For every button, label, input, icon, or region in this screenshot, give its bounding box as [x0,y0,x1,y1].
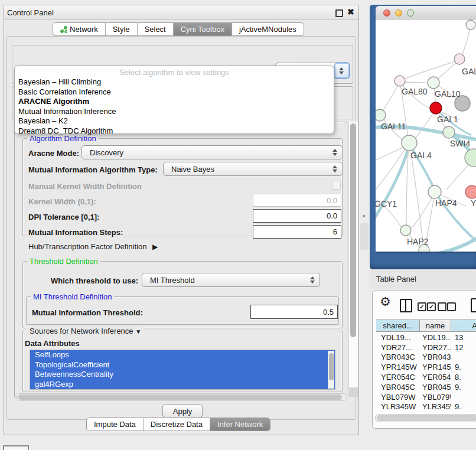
attribute-item[interactable]: SelfLoops [30,350,335,360]
network-node-gal11[interactable] [376,109,386,121]
network-node-y[interactable] [465,185,476,198]
table-cell[interactable]: YBL079W [420,393,451,402]
tab-cyni-toolbox[interactable]: Cyni Toolbox [174,23,232,35]
combo-focus-button[interactable] [335,64,348,77]
network-node-gal4[interactable] [402,135,417,151]
table-cell[interactable]: YDR27... [420,343,451,352]
network-node-gal[interactable] [454,54,465,64]
column-header-shared-name[interactable]: shared... [376,319,420,332]
attributes-scrollbar-thumb[interactable] [329,353,334,380]
float-window-icon[interactable] [335,9,343,17]
table-row[interactable]: YER054CYER054C8. [376,372,476,382]
attribute-item[interactable]: gal4RGexp [30,380,335,390]
manual-kernel-checkbox[interactable] [332,181,341,190]
table-cell[interactable]: YBR045C [376,383,420,392]
table-row[interactable]: YLR345WYLR345W9. [376,402,476,412]
table-cell[interactable]: YPR145W [420,363,451,371]
close-traffic-light[interactable] [383,9,390,17]
network-canvas[interactable]: GALGAL80GAL10GAL1GAL11SWI4GAL4GCY1HAP4YH… [376,19,476,252]
table-cell[interactable]: YER054C [376,373,420,381]
table-cell[interactable]: YDR27... [376,343,420,352]
control-panel-titlebar[interactable]: Control Panel ✖ [4,5,358,20]
table-horizontal-scrollbar[interactable] [375,414,476,422]
network-node-gal1[interactable] [430,102,442,114]
table-cell[interactable]: 9. [451,402,476,411]
attribute-item[interactable]: BetweennessCentrality [30,370,335,380]
mi-algorithm-type-combo[interactable]: Naive Bayes [163,162,343,176]
network-node[interactable] [466,20,475,30]
scrollbar-thumb[interactable] [350,123,356,337]
algorithm-option[interactable]: Bayesian – K2 [15,116,334,126]
table-cell[interactable]: YBR043C [420,353,451,361]
mi-steps-input[interactable]: 6 [253,225,341,239]
expander-arrow-icon[interactable]: ▶ [152,243,158,251]
horizontal-scrollbar-thumb[interactable] [18,394,342,400]
table-cell[interactable]: 9. [451,383,476,392]
aracne-mode-combo[interactable]: Discovery [81,145,343,159]
which-threshold-combo[interactable]: MI Threshold [142,273,320,287]
attributes-scrollbar[interactable] [328,351,334,389]
table-cell[interactable]: YDL19... [420,333,451,342]
table-cell[interactable]: 13 [451,333,476,342]
bottom-tab-impute-data[interactable]: Impute Data [87,418,144,431]
table-cell[interactable]: YBL079W [376,393,420,402]
table-row[interactable]: YBL079WYBL079W [376,392,476,402]
horizontal-scrollbar[interactable] [17,393,347,401]
docked-panel-icon[interactable] [3,445,29,450]
sources-group-title[interactable]: Sources for Network Inference ▼ [27,327,144,335]
minimize-traffic-light[interactable] [395,9,402,17]
apply-button[interactable]: Apply [162,404,203,418]
algorithm-option[interactable]: Bayesian – Hill Climbing [15,77,334,87]
network-titlebar[interactable] [376,6,476,19]
table-cell[interactable]: YLR345W [420,402,451,411]
tab-jactivemnodules[interactable]: jActiveMNodules [232,23,304,35]
network-node-gal80[interactable] [395,76,405,86]
network-node[interactable] [465,149,476,167]
algorithm-option[interactable]: Mutual Information Inference [15,107,334,117]
network-node-hap2[interactable] [400,225,411,236]
column-header-next[interactable]: A [451,319,476,332]
bottom-tab-discretize-data[interactable]: Discretize Data [144,418,210,431]
attribute-item[interactable]: TopologicalCoefficient [30,360,335,370]
panel-splitter[interactable] [360,223,369,250]
table-row[interactable]: YPR145WYPR145W9. [376,362,476,372]
network-node-gal10[interactable] [428,77,439,89]
table-cell[interactable]: YPR145W [376,363,420,371]
gear-icon[interactable]: ⚙ [380,295,391,309]
table-row[interactable]: YBR043CYBR043C [376,353,476,363]
settings-vertical-scrollbar[interactable] [348,122,358,397]
algorithm-option[interactable]: ARACNE Algorithm [15,97,334,107]
bottom-tab-infer-network[interactable]: Infer Network [210,418,270,431]
table-cell[interactable]: YBR043C [376,353,420,361]
column-header-name[interactable]: name [420,319,451,332]
split-columns-icon[interactable] [400,299,412,312]
table-row[interactable]: YBR045CYBR045C9. [376,382,476,392]
select-all-checkbox-icon[interactable]: ✓ [418,302,426,311]
hub-definition-expander[interactable]: Hub/Transcription Factor Definition ▶ [28,242,158,251]
table-cell[interactable]: YBR045C [420,383,451,392]
maximize-traffic-light[interactable] [407,9,414,17]
close-icon[interactable]: ✖ [347,7,354,17]
table-cell[interactable]: 9. [451,363,476,371]
algorithm-option[interactable]: Dream8 DC_TDC Algorithm [15,126,334,136]
algorithm-option[interactable]: Basic Correlation Inference [15,87,334,97]
select-all-checkbox-icon2[interactable]: ✓ [427,302,436,311]
network-node-hap4[interactable] [428,185,441,198]
tab-select[interactable]: Select [138,23,174,35]
collapse-arrow-icon[interactable]: ▼ [135,328,141,335]
new-table-icon[interactable] [471,298,476,312]
table-scrollbar-thumb[interactable] [377,415,476,421]
kernel-width-input[interactable]: 0.0 [253,194,341,207]
table-cell[interactable]: 8. [451,373,476,381]
splitter-collapse-arrow[interactable]: ◂ [362,213,365,219]
tab-network[interactable]: Network [53,23,106,35]
tab-style[interactable]: Style [106,23,138,35]
table-cell[interactable]: YLR345W [376,402,420,411]
table-cell[interactable]: 12 [451,343,476,352]
network-node-swi4[interactable] [443,126,455,138]
mi-threshold-input[interactable]: 0.5 [250,305,338,319]
deselect-all-checkbox-icon2[interactable] [447,302,456,311]
table-cell[interactable]: YDL19... [376,333,420,342]
table-row[interactable]: YDL19...YDL19...13 [376,332,476,343]
table-cell[interactable]: YER054C [420,373,451,381]
